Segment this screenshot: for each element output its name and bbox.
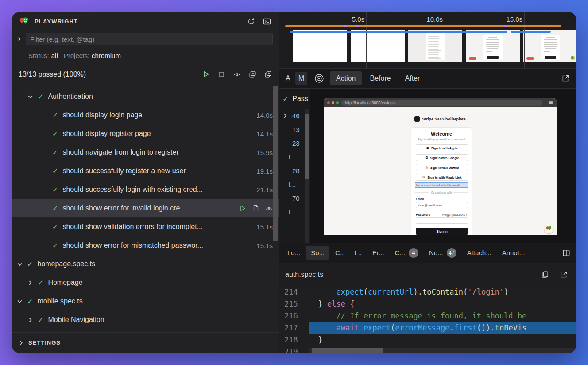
actions-scrollbar-thumb[interactable] (305, 114, 309, 179)
skeleton-line (428, 46, 439, 47)
timeline-action-segment[interactable] (355, 25, 359, 27)
code-token: } (309, 335, 323, 344)
test-row[interactable]: ✓should successfully register a new user… (12, 162, 279, 180)
skeleton-line (428, 49, 439, 50)
watch-test-icon[interactable] (265, 206, 273, 211)
line-number: 219 (279, 346, 309, 353)
test-title: Authentication (48, 93, 93, 101)
copy-source-path-icon[interactable] (539, 269, 551, 280)
email-field[interactable]: user@gmail.com (416, 202, 468, 208)
code-text: } (309, 334, 576, 346)
code-token (309, 311, 336, 320)
timeline-network-bar[interactable] (511, 31, 551, 33)
collapse-filter-chevron-icon[interactable] (17, 36, 22, 42)
provider-button-apple[interactable]: ●Sign in with Apple (416, 144, 468, 151)
chevron-down-icon[interactable] (16, 260, 23, 268)
test-row[interactable]: ✓should display register page14.1s (12, 124, 279, 143)
panel-tab-m[interactable]: M (295, 72, 307, 85)
source-header: auth.spec.ts (279, 263, 576, 286)
run-test-icon[interactable] (239, 205, 246, 212)
password-field[interactable]: ••••••••• (416, 217, 468, 224)
code-horizontal-scrollbar[interactable] (309, 348, 576, 353)
collapse-all-button[interactable] (247, 69, 258, 80)
chevron-down-icon[interactable] (27, 93, 34, 100)
provider-button-mail[interactable]: ✉Sign in with Magic Link (416, 174, 468, 181)
pick-locator-icon[interactable] (314, 73, 325, 84)
test-row[interactable]: ✓Authentication (12, 87, 279, 106)
chevron-right-icon[interactable] (27, 316, 34, 323)
test-row[interactable]: ✓should navigate from login to register1… (12, 143, 279, 162)
code-scrollbar-thumb[interactable] (312, 348, 383, 353)
timeline-screenshot-thumbnail[interactable] (408, 30, 462, 62)
chevron-right-icon[interactable] (282, 113, 288, 119)
detail-tab-label: So... (311, 249, 325, 256)
detail-tab-label: Lo... (287, 249, 300, 256)
snapshot-tab-before[interactable]: Before (364, 71, 397, 85)
timeline-screenshot-thumbnail[interactable] (351, 30, 405, 62)
detail-tab[interactable]: Lo... (282, 246, 305, 260)
timeline-screenshot-thumbnail[interactable] (293, 30, 347, 62)
source-code-view[interactable]: 214 expect(currentUrl).toContain('/login… (279, 286, 576, 353)
test-row[interactable]: ✓Homepage (12, 273, 279, 292)
test-row[interactable]: ✓Mobile Navigation (12, 311, 279, 329)
timeline-test-bar[interactable] (285, 25, 561, 27)
test-row[interactable]: ✓should successfully login with existing… (12, 180, 279, 199)
test-row[interactable]: ✓should show validation errors for incom… (12, 217, 279, 236)
login-skeleton-line (488, 37, 497, 38)
row-actions (239, 205, 273, 212)
chevron-down-icon[interactable] (16, 298, 23, 305)
provider-button-google[interactable]: GSign in with Google (416, 154, 468, 161)
open-source-icon[interactable] (252, 205, 259, 212)
detail-tab[interactable]: Attach... (462, 246, 496, 260)
test-row[interactable]: ✓homepage.spec.ts (12, 255, 279, 273)
or-divider-text: Or continue with (431, 191, 452, 194)
test-row[interactable]: ✓should display login page14.0s (12, 106, 279, 124)
open-source-external-icon[interactable] (558, 269, 569, 280)
timeline-screenshot-thumbnail[interactable] (466, 30, 520, 62)
timeline-screenshot-thumbnail[interactable] (523, 30, 576, 62)
detail-tab[interactable]: C.. (330, 246, 348, 260)
test-row[interactable]: ✓should show error for invalid login cre… (12, 199, 279, 217)
open-snapshot-external-icon[interactable] (560, 73, 571, 84)
terminal-button[interactable] (261, 16, 273, 27)
snapshot-browser-window[interactable]: http://localhost:3000/en/login ≡ Stripe … (324, 98, 557, 235)
settings-section[interactable]: SETTINGS (12, 332, 279, 353)
timeline-action-segment[interactable] (503, 25, 508, 27)
watch-all-button[interactable] (231, 69, 243, 80)
chevron-right-icon[interactable] (27, 279, 34, 286)
test-row[interactable]: ✓should show error for mismatched passwo… (12, 236, 279, 255)
sidebar-scrollbar[interactable] (273, 86, 278, 241)
timeline-action-segment[interactable] (344, 25, 347, 27)
detail-tab[interactable]: C...4 (390, 245, 423, 261)
test-row[interactable]: ✓mobile.spec.ts (12, 292, 279, 311)
trace-timeline[interactable]: 5.0s10.0s15.0s (279, 12, 576, 69)
detail-tab[interactable]: So... (306, 246, 329, 260)
detail-tab[interactable]: Annot... (497, 246, 530, 260)
test-duration: 14.1s (252, 130, 273, 138)
status-row[interactable]: Status: all Projects: chromium (12, 48, 279, 63)
detail-tab[interactable]: L.. (349, 246, 367, 260)
code-token (309, 287, 336, 296)
expand-all-button[interactable] (262, 69, 274, 80)
action-item-text: 13 (292, 126, 300, 133)
reload-tests-button[interactable] (245, 16, 257, 27)
detail-tab[interactable]: Ne...47 (424, 245, 461, 261)
panel-tab-a[interactable]: A (282, 72, 294, 85)
filter-input[interactable] (26, 33, 273, 45)
action-status-row[interactable]: ✓ Pass (279, 89, 310, 109)
sign-in-button[interactable]: Sign in (416, 228, 468, 235)
forgot-password-link[interactable]: Forgot password? (442, 213, 467, 216)
snapshot-tab-after[interactable]: After (399, 71, 426, 85)
detail-tab[interactable]: Er... (368, 246, 389, 260)
panel-tabs: AM (279, 69, 310, 88)
snapshot-tab-action[interactable]: Action (330, 71, 362, 85)
pass-check-icon: ✓ (38, 279, 43, 287)
provider-button-github[interactable]: ◓Sign in with GitHub (416, 164, 468, 171)
thumb-login-card (541, 35, 560, 60)
stop-button[interactable] (216, 69, 227, 80)
password-label: Password (416, 213, 430, 216)
mail-icon: ✉ (422, 175, 426, 179)
toggle-layout-icon[interactable] (561, 247, 572, 259)
run-all-button[interactable] (200, 69, 212, 80)
timeline-network-bar[interactable] (290, 31, 507, 33)
